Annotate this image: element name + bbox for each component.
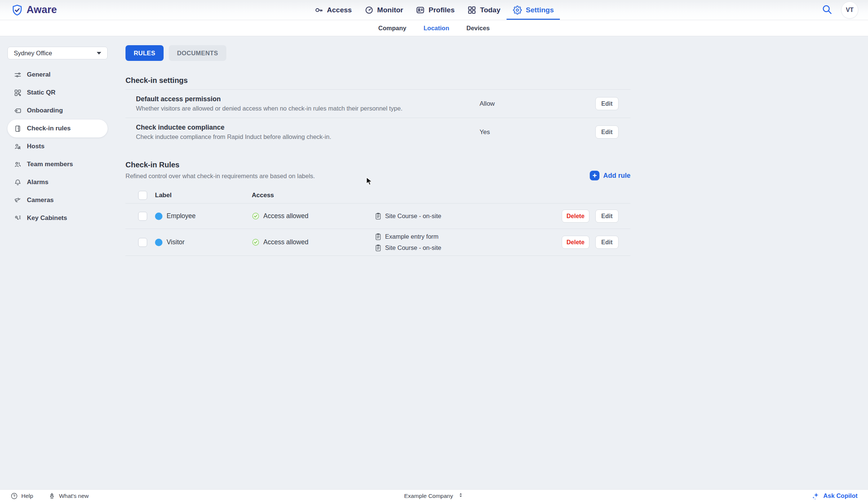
checkin-rules-section: Check-in Rules Refined control over what…	[125, 160, 630, 256]
whats-new-label: What's new	[59, 493, 89, 499]
sidebar-item-label: Alarms	[27, 179, 49, 186]
profile-card-icon	[416, 6, 425, 15]
sidebar-menu: General Static QR Onboarding	[7, 66, 108, 227]
sidebar-item-key-cabinets[interactable]: Key Cabinets	[7, 209, 108, 227]
search-button[interactable]	[822, 4, 832, 16]
nav-item-today[interactable]: Today	[461, 0, 507, 20]
delete-button[interactable]: Delete	[562, 210, 589, 223]
search-icon	[822, 4, 832, 15]
table-row: Employee Access allowed	[125, 204, 630, 229]
sliders-icon	[14, 71, 22, 79]
sidebar-item-label: Hosts	[27, 143, 44, 150]
sidebar-item-cameras[interactable]: Cameras	[7, 191, 108, 209]
sidebar-item-hosts[interactable]: Hosts	[7, 137, 108, 155]
company-selector[interactable]: Example Company	[404, 492, 464, 500]
nav-label: Settings	[526, 6, 554, 14]
nav-label: Monitor	[377, 6, 403, 14]
check-circle-icon	[252, 238, 260, 246]
sidebar-item-team-members[interactable]: Team members	[7, 155, 108, 173]
qr-code-icon	[14, 89, 22, 97]
requirement-item: Site Course - on-site	[375, 244, 562, 252]
monitor-gauge-icon	[365, 6, 373, 15]
sidebar-item-onboarding[interactable]: Onboarding	[7, 102, 108, 120]
table-row: Visitor Access allowed	[125, 229, 630, 256]
plus-icon: +	[590, 171, 599, 180]
top-bar: Aware Access Monitor Profiles	[0, 0, 868, 20]
avatar-initials: VT	[846, 7, 853, 13]
chevron-down-icon	[97, 52, 101, 55]
sidebar-item-label: Onboarding	[27, 107, 63, 114]
clipboard-icon	[375, 233, 382, 241]
setting-description: Whether visitors are allowed or denied a…	[136, 104, 480, 112]
column-header-label: Label	[155, 192, 171, 199]
clipboard-icon	[375, 212, 382, 220]
edit-button[interactable]: Edit	[595, 236, 619, 249]
key-icon	[314, 6, 323, 15]
requirement-label: Example entry form	[385, 233, 438, 240]
requirement-label: Site Course - on-site	[385, 213, 441, 220]
edit-button[interactable]: Edit	[595, 97, 619, 110]
rule-access: Access allowed	[263, 238, 309, 246]
footer-bar: Help What's new Example Company Ask Copi…	[0, 489, 868, 502]
primary-nav: Access Monitor Profiles Today	[308, 0, 560, 20]
subnav-item-devices[interactable]: Devices	[466, 25, 490, 32]
sidebar-item-static-qr[interactable]: Static QR	[7, 84, 108, 102]
setting-value: Allow	[480, 100, 595, 108]
delete-button[interactable]: Delete	[562, 236, 589, 249]
rocket-icon	[48, 492, 56, 500]
nav-item-profiles[interactable]: Profiles	[410, 0, 461, 20]
add-rule-button[interactable]: + Add rule	[590, 171, 630, 180]
whats-new-link[interactable]: What's new	[48, 492, 89, 500]
nav-item-settings[interactable]: Settings	[507, 0, 560, 20]
person-icon	[14, 143, 22, 151]
nav-label: Today	[480, 6, 500, 14]
door-icon	[14, 125, 22, 133]
help-label: Help	[21, 493, 33, 499]
sidebar-item-label: Team members	[27, 161, 73, 168]
subnav-item-location[interactable]: Location	[424, 25, 449, 32]
requirement-label: Site Course - on-site	[385, 244, 441, 251]
location-selector-value: Sydney Office	[14, 50, 52, 57]
nav-item-monitor[interactable]: Monitor	[358, 0, 410, 20]
grid-icon	[467, 6, 476, 15]
team-icon	[14, 161, 22, 168]
sidebar-item-checkin-rules[interactable]: Check-in rules	[7, 120, 108, 137]
rules-table: Label Access Employee	[125, 187, 630, 256]
location-selector[interactable]: Sydney Office	[7, 47, 108, 59]
sidebar-item-alarms[interactable]: Alarms	[7, 173, 108, 191]
table-header-row: Label Access	[125, 187, 630, 204]
subnav-item-company[interactable]: Company	[378, 25, 406, 32]
select-all-checkbox[interactable]	[138, 191, 147, 200]
help-circle-icon	[10, 492, 18, 500]
rule-access: Access allowed	[263, 212, 309, 220]
setting-title: Default access permission	[136, 95, 480, 103]
nav-item-access[interactable]: Access	[308, 0, 358, 20]
requirement-item: Example entry form	[375, 233, 562, 241]
requirement-item: Site Course - on-site	[375, 212, 562, 220]
avatar[interactable]: VT	[841, 1, 858, 19]
sidebar-item-general[interactable]: General	[7, 66, 108, 84]
edit-button[interactable]: Edit	[595, 210, 619, 223]
settings-sidebar: Sydney Office General Static QR	[7, 47, 108, 227]
shield-check-icon	[11, 4, 23, 16]
row-checkbox[interactable]	[138, 212, 147, 221]
checkin-settings-section: Check-in settings Default access permiss…	[125, 76, 630, 146]
setting-row-default-access: Default access permission Whether visito…	[125, 89, 630, 118]
sidebar-item-label: Static QR	[27, 89, 56, 96]
row-checkbox[interactable]	[138, 238, 147, 247]
ask-copilot-button[interactable]: Ask Copilot	[812, 492, 858, 500]
edit-button[interactable]: Edit	[595, 126, 619, 139]
nav-label: Access	[327, 6, 352, 14]
check-circle-icon	[252, 212, 260, 220]
help-link[interactable]: Help	[10, 492, 33, 500]
setting-value: Yes	[480, 128, 595, 136]
rules-documents-tabs: RULES DOCUMENTS	[125, 45, 630, 61]
tab-documents[interactable]: DOCUMENTS	[169, 45, 226, 61]
rule-label: Visitor	[167, 238, 185, 246]
tab-rules[interactable]: RULES	[125, 45, 164, 61]
setting-description: Check inductee compliance from Rapid Ind…	[136, 133, 480, 141]
key-cabinet-icon	[14, 214, 22, 222]
settings-subnav: Company Location Devices	[0, 20, 868, 36]
ask-copilot-label: Ask Copilot	[823, 492, 858, 499]
column-header-access: Access	[252, 192, 274, 199]
